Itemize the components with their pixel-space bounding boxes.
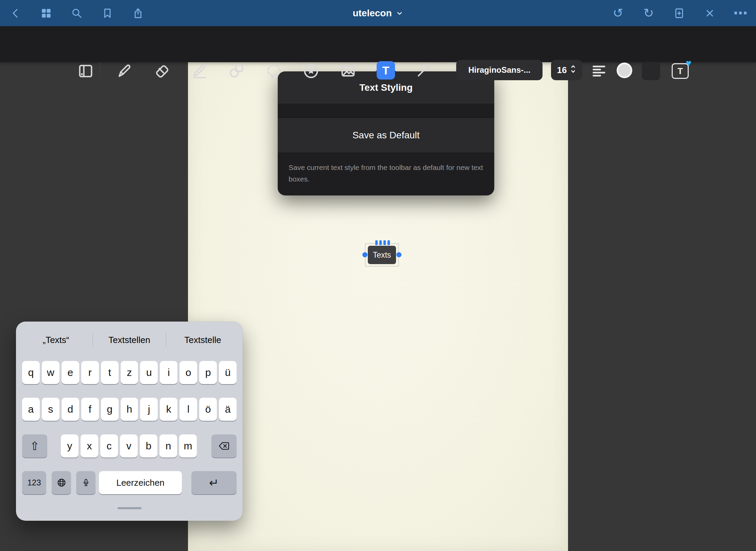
close-button[interactable] — [703, 6, 717, 21]
chevron-left-icon — [10, 7, 21, 19]
selection-handle-left[interactable] — [362, 252, 367, 257]
key-n[interactable]: n — [159, 434, 177, 458]
image-icon — [339, 62, 357, 80]
back-button[interactable] — [9, 6, 22, 21]
eraser-tool[interactable] — [152, 61, 171, 81]
shapes-tool[interactable] — [226, 61, 246, 81]
key-v[interactable]: v — [120, 434, 138, 458]
key-j[interactable]: j — [140, 398, 158, 421]
highlighter-tool[interactable] — [190, 61, 209, 81]
key-m[interactable]: m — [179, 434, 197, 458]
text-box-content: Texts — [373, 251, 391, 260]
keyboard-row-1: q w e r t z u i o p ü — [22, 361, 237, 384]
key-ae[interactable]: ä — [219, 398, 237, 421]
tool-bar: T HiraginoSans-... 16 T — [0, 26, 756, 62]
page-panel-tool[interactable] — [76, 61, 96, 81]
toolbar-divider — [100, 62, 101, 79]
text-tool-label: T — [382, 64, 390, 77]
key-z[interactable]: z — [121, 361, 138, 384]
key-x[interactable]: x — [81, 434, 98, 458]
share-button[interactable] — [131, 6, 145, 21]
highlighter-icon — [191, 62, 208, 80]
keyboard-row-2: a s d f g h j k l ö ä — [22, 398, 237, 421]
globe-icon — [56, 478, 67, 488]
text-style-favorite-button[interactable]: T ♥ — [670, 61, 690, 80]
selection-handle-right[interactable] — [396, 252, 401, 257]
text-selection-bars — [375, 240, 390, 245]
document-title-group[interactable]: utelecon — [353, 0, 403, 26]
return-icon: ↵ — [209, 476, 219, 489]
text-box-selection[interactable]: Texts — [365, 243, 399, 266]
eraser-icon — [153, 62, 170, 80]
pen-tool[interactable] — [115, 61, 134, 81]
text-box[interactable]: Texts — [368, 246, 396, 264]
key-k[interactable]: k — [160, 398, 177, 421]
key-w[interactable]: w — [42, 361, 59, 384]
popover-description: Save current text style from the toolbar… — [278, 153, 494, 185]
key-p[interactable]: p — [199, 361, 217, 384]
close-icon — [704, 8, 715, 19]
key-c[interactable]: c — [100, 434, 118, 458]
dictation-key[interactable] — [76, 471, 96, 494]
shift-key[interactable]: ⇧ — [22, 434, 47, 458]
bookmark-button[interactable] — [101, 6, 114, 21]
key-l[interactable]: l — [179, 398, 197, 421]
suggestion-3[interactable]: Textstelle — [166, 335, 239, 345]
undo-icon: ↺ — [613, 7, 623, 19]
suggestion-1[interactable]: „Texts“ — [19, 335, 92, 345]
key-g[interactable]: g — [101, 398, 119, 421]
return-key[interactable]: ↵ — [191, 471, 237, 494]
shapes-icon — [227, 62, 245, 80]
top-navigation-bar: utelecon ↺ ↻ ⋯ — [0, 0, 756, 26]
key-t[interactable]: t — [101, 361, 119, 384]
backspace-key[interactable] — [211, 434, 237, 458]
laser-pointer-tool[interactable] — [413, 61, 433, 81]
lasso-tool[interactable] — [264, 61, 284, 81]
key-ue[interactable]: ü — [219, 361, 237, 384]
app-screen: utelecon ↺ ↻ ⋯ — [0, 0, 756, 551]
key-s[interactable]: s — [42, 398, 59, 421]
keyboard-row-3: ⇧ y x c v b n m — [22, 434, 237, 458]
key-r[interactable]: r — [81, 361, 99, 384]
space-key[interactable]: Leerzeichen — [99, 471, 182, 494]
redo-button[interactable]: ↻ — [642, 6, 655, 21]
image-tool[interactable] — [338, 61, 358, 81]
key-o[interactable]: o — [179, 361, 197, 384]
elements-tool[interactable] — [301, 61, 321, 81]
text-tool[interactable]: T — [377, 61, 395, 80]
key-d[interactable]: d — [62, 398, 79, 421]
key-f[interactable]: f — [81, 398, 99, 421]
shift-icon: ⇧ — [30, 439, 40, 453]
text-color-swatch[interactable] — [617, 63, 632, 78]
text-align-button[interactable] — [589, 61, 609, 81]
font-family-button[interactable]: HiraginoSans-... — [456, 60, 543, 80]
search-button[interactable] — [70, 6, 84, 21]
key-i[interactable]: i — [160, 361, 177, 384]
space-key-label: Leerzeichen — [116, 478, 165, 488]
secondary-swatch[interactable] — [642, 62, 660, 80]
key-u[interactable]: u — [140, 361, 158, 384]
redo-icon: ↻ — [643, 7, 654, 19]
save-as-default-button[interactable]: Save as Default — [278, 118, 494, 153]
key-e[interactable]: e — [62, 361, 79, 384]
undo-button[interactable]: ↺ — [611, 6, 625, 21]
thumbnails-button[interactable] — [39, 6, 53, 21]
key-y[interactable]: y — [61, 434, 79, 458]
key-q[interactable]: q — [22, 361, 40, 384]
nav-right-group: ↺ ↻ ⋯ — [611, 6, 747, 21]
font-size-stepper[interactable]: 16 — [551, 60, 582, 80]
laser-pointer-icon — [414, 62, 432, 80]
globe-key[interactable] — [52, 471, 71, 494]
add-page-button[interactable] — [672, 6, 686, 21]
keyboard-row-4: 123 Leerzeichen ↵ — [22, 471, 237, 494]
key-b[interactable]: b — [140, 434, 157, 458]
key-h[interactable]: h — [121, 398, 138, 421]
keyboard-drag-handle[interactable] — [117, 507, 141, 509]
favorite-letter: T — [677, 66, 683, 76]
numbers-key[interactable]: 123 — [22, 471, 46, 494]
share-icon — [132, 7, 144, 19]
key-a[interactable]: a — [22, 398, 40, 421]
key-oe[interactable]: ö — [199, 398, 217, 421]
more-button[interactable]: ⋯ — [734, 6, 747, 21]
suggestion-2[interactable]: Textstellen — [93, 335, 166, 345]
